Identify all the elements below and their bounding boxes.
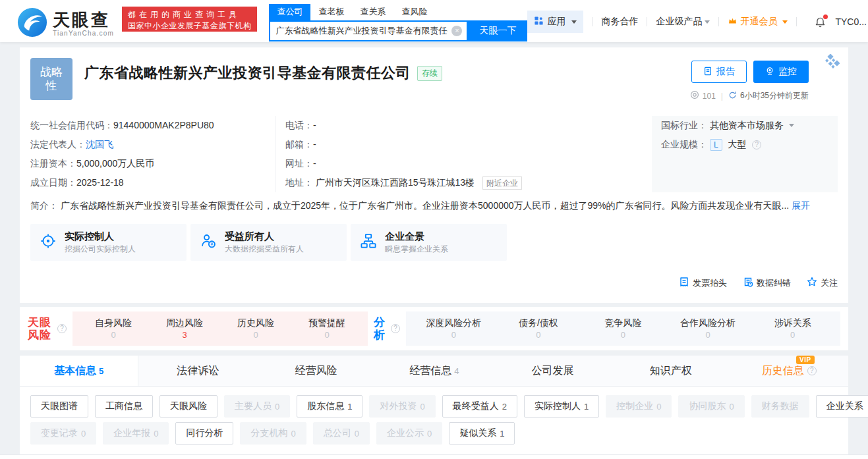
chip-actual-controller[interactable]: 实际控制人1	[524, 395, 599, 418]
chip-row-1: 天眼图谱 工商信息 天眼风险 主要人员0 股东信息1 对外投资0 最终受益人2 …	[30, 395, 838, 418]
chevron-down-icon	[705, 20, 710, 24]
risk-item-count: 0	[220, 329, 291, 341]
field-label: 法定代表人：	[30, 139, 86, 149]
field-label: 企业规模：	[661, 139, 707, 149]
feature-subtitle: 大数据挖掘受益所有人	[225, 244, 304, 255]
chip-shareholder-info[interactable]: 股东信息1	[297, 395, 362, 418]
help-icon[interactable]: ?	[391, 324, 400, 333]
chip-co-shareholders: 协同股东0	[678, 395, 744, 418]
invoice-title-link[interactable]: 发票抬头	[679, 277, 727, 289]
chip-business-info[interactable]: 工商信息	[95, 395, 153, 418]
star-icon	[807, 277, 817, 289]
chip-company-relations[interactable]: 企业关系	[816, 395, 868, 418]
competition-risk-item[interactable]: 竞争风险 0	[581, 311, 666, 346]
analysis-item-count: 0	[496, 329, 581, 341]
tab-label: 经营信息	[409, 364, 451, 378]
surrounding-risk-item[interactable]: 周边风险 3	[149, 311, 220, 346]
search-tab-relation[interactable]: 查关系	[352, 4, 393, 20]
field-label: 邮箱：	[285, 139, 313, 149]
enterprise-products-label: 企业级产品	[656, 16, 702, 28]
analysis-item-label: 深度风险分析	[411, 316, 496, 329]
tab-operating-info[interactable]: 经营信息 4	[375, 356, 493, 386]
legal-representative-link[interactable]: 沈国飞	[86, 139, 113, 149]
chip-annual-reports: 企业年报0	[103, 422, 169, 445]
tab-label: 基本信息	[54, 364, 96, 378]
chevron-down-icon	[782, 20, 788, 24]
report-button[interactable]: 报告	[691, 61, 747, 83]
top-header: 天眼查 TianYanCha.com 都在用的商业查询工具 国家中小企业发展子基…	[0, 0, 868, 42]
search-tab-boss[interactable]: 查老板	[310, 4, 352, 20]
feature-title: 受益所有人	[225, 230, 304, 243]
self-risk-item[interactable]: 自身风险 0	[78, 311, 149, 346]
business-cooperation-link[interactable]: 商务合作	[601, 16, 638, 28]
intro-text: 广东省战略性新兴产业投资引导基金有限责任公司，成立于2025年，位于广东省广州市…	[61, 200, 789, 211]
avatar-line1: 战略	[40, 65, 63, 79]
actual-controller-card[interactable]: 实际控制人 挖掘公司实际控制人	[30, 224, 187, 261]
chip-suspected-relations[interactable]: 疑似关系1	[449, 422, 515, 445]
monitor-button[interactable]: 监控	[753, 61, 809, 83]
tab-operating-risk[interactable]: 经营风险	[257, 356, 375, 386]
warning-reminder-item[interactable]: 预警提醒 0	[291, 311, 362, 346]
tab-intellectual-property[interactable]: 知识产权	[612, 356, 730, 386]
user-account-menu[interactable]: TYC0...	[835, 16, 868, 27]
tab-legal-litigation[interactable]: 法律诉讼	[138, 356, 256, 386]
tianyancha-logo[interactable]: 天眼查 TianYanCha.com	[17, 5, 114, 42]
deep-risk-analysis-item[interactable]: 深度风险分析 0	[411, 311, 496, 346]
status-badge: 存续	[417, 66, 442, 81]
company-scale-value: 大型	[728, 139, 746, 149]
invoice-icon	[679, 277, 689, 289]
chip-tianyan-risk[interactable]: 天眼风险	[159, 395, 217, 418]
company-panorama-card[interactable]: 企业全景 瞬息掌握企业关系	[351, 224, 507, 261]
scale-l-badge: L	[710, 139, 722, 151]
chip-tianyan-graph[interactable]: 天眼图谱	[30, 395, 88, 418]
search-tab-company[interactable]: 查公司	[269, 4, 310, 20]
chip-financial-data: 财务数据	[751, 395, 809, 418]
historical-risk-item[interactable]: 历史风险 0	[220, 311, 291, 346]
expand-link[interactable]: 展开	[792, 200, 810, 211]
cooperation-risk-item[interactable]: 合作风险分析 0	[666, 311, 751, 346]
risk-strip: 天眼 风险 ? 自身风险 0 周边风险 3 历史风险 0 预警提醒 0 分	[20, 307, 848, 350]
search-button[interactable]: 天眼一下	[468, 20, 527, 41]
clear-search-icon[interactable]: ×	[451, 26, 462, 36]
views-count: 101	[703, 92, 716, 101]
section-tabs: 基本信息 5 法律诉讼 经营风险 经营信息 4 公司发展 知识产权 历史信息	[20, 356, 848, 387]
established-date-value: 2025-12-18	[76, 177, 124, 188]
chip-peer-analysis[interactable]: 同行分析	[175, 422, 233, 445]
notification-dot	[823, 14, 828, 19]
data-correction-link[interactable]: 数据纠错	[743, 277, 791, 289]
tab-history-info[interactable]: 历史信息 VIP ?	[730, 356, 848, 386]
vip-upgrade-menu[interactable]: 开通会员	[728, 16, 788, 28]
enterprise-products-menu[interactable]: 企业级产品	[656, 16, 710, 28]
chip-company-announcements: 企业公示0	[376, 422, 442, 445]
help-icon[interactable]: ?	[807, 366, 817, 375]
chevron-down-icon[interactable]	[789, 124, 794, 127]
slogan-line1: 都在用的商业查询工具	[128, 10, 252, 19]
debt-credit-item[interactable]: 债务/债权 0	[496, 311, 581, 346]
feature-subtitle: 瞬息掌握企业关系	[385, 244, 448, 255]
risk-item-label: 周边风险	[149, 316, 220, 329]
notifications-bell[interactable]	[815, 16, 826, 28]
follow-link[interactable]: 关注	[807, 277, 838, 289]
analysis-item-label: 竞争风险	[581, 316, 666, 329]
tab-company-development[interactable]: 公司发展	[494, 356, 612, 386]
tab-basic-info[interactable]: 基本信息 5	[20, 356, 138, 386]
registered-capital-value: 5,000,000万人民币	[76, 158, 154, 169]
svg-text:¥: ¥	[210, 241, 214, 247]
app-grid-icon	[534, 16, 544, 28]
analysis-brand-line2: 析	[374, 329, 385, 341]
help-icon[interactable]: ?	[752, 140, 761, 149]
beneficiary-card[interactable]: ¥ 受益所有人 大数据挖掘受益所有人	[190, 224, 347, 261]
risk-item-label: 预警提醒	[291, 316, 362, 329]
chip-ultimate-beneficiary[interactable]: 最终受益人2	[442, 395, 517, 418]
crown-icon	[728, 16, 738, 28]
analysis-item-count: 0	[750, 329, 835, 341]
company-info-grid: 统一社会信用代码：91440000MAK2P8PU80 法定代表人：沈国飞 注册…	[30, 116, 838, 192]
nearby-companies-button[interactable]: 附近企业	[482, 176, 522, 190]
search-tab-risk[interactable]: 查风险	[393, 4, 435, 20]
feature-title: 实际控制人	[65, 230, 136, 243]
search-input[interactable]	[270, 26, 451, 36]
refresh-icon[interactable]	[728, 91, 737, 101]
apps-menu[interactable]: 应用	[527, 11, 583, 33]
litigation-relation-item[interactable]: 涉诉关系 0	[750, 311, 835, 346]
help-icon[interactable]: ?	[57, 324, 67, 333]
